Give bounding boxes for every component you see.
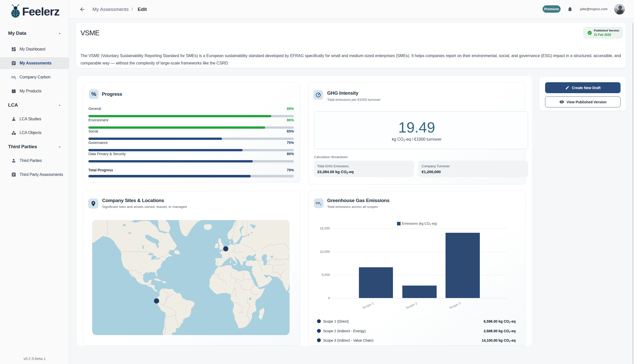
svg-text:2: 2 [320, 203, 321, 206]
svg-text:CO: CO [316, 202, 320, 205]
svg-text:2: 2 [15, 77, 16, 80]
